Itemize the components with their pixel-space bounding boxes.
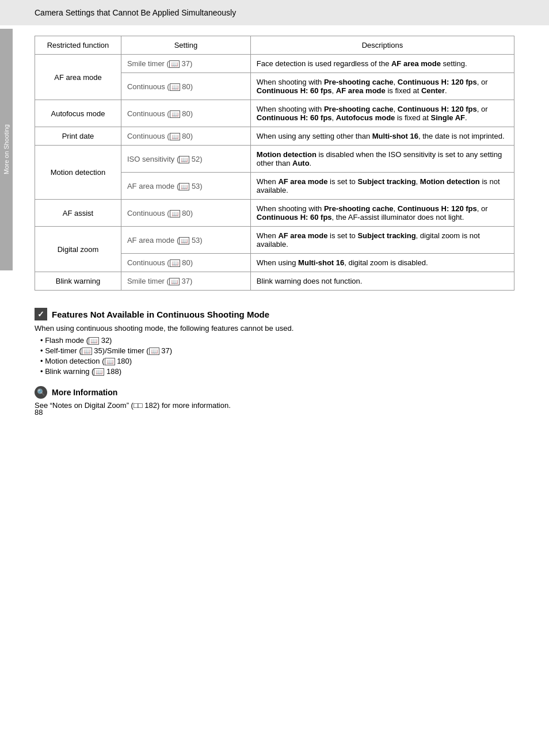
restricted-function-cell: Digital zoom — [35, 227, 121, 272]
description-cell: Motion detection is disabled when the IS… — [250, 146, 514, 173]
more-info-header: 🔍 More Information — [35, 386, 514, 399]
setting-cell: Continuous (📖 80) — [121, 254, 250, 272]
setting-cell: Continuous (📖 80) — [121, 73, 250, 100]
table-row: Blink warningSmile timer (📖 37)Blink war… — [35, 272, 514, 291]
table-row: AF area modeSmile timer (📖 37)Face detec… — [35, 55, 514, 73]
col-header-setting: Setting — [121, 36, 250, 55]
check-icon: ✓ — [35, 308, 47, 320]
description-cell: Blink warning does not function. — [250, 272, 514, 291]
restricted-function-cell: Blink warning — [35, 272, 121, 291]
features-section: ✓ Features Not Available in Continuous S… — [35, 308, 514, 376]
restricted-function-cell: Motion detection — [35, 146, 121, 200]
restricted-function-cell: AF area mode — [35, 55, 121, 100]
setting-cell: Continuous (📖 80) — [121, 127, 250, 146]
more-info-section: 🔍 More Information See “Notes on Digital… — [35, 386, 514, 410]
restricted-function-cell: Autofocus mode — [35, 100, 121, 127]
setting-cell: Smile timer (📖 37) — [121, 272, 250, 291]
header-title: Camera Settings that Cannot Be Applied S… — [35, 8, 236, 17]
table-row: Print dateContinuous (📖 80)When using an… — [35, 127, 514, 146]
list-item: Self-timer (📖 35)/Smile timer (📖 37) — [40, 346, 514, 355]
info-icon: 🔍 — [35, 386, 47, 399]
description-cell: When AF area mode is set to Subject trac… — [250, 227, 514, 254]
description-cell: When shooting with Pre-shooting cache, C… — [250, 200, 514, 227]
more-info-text: See “Notes on Digital Zoom” (□□ 182) for… — [35, 401, 514, 410]
description-cell: When shooting with Pre-shooting cache, C… — [250, 100, 514, 127]
setting-cell: ISO sensitivity (📖 52) — [121, 146, 250, 173]
features-header: ✓ Features Not Available in Continuous S… — [35, 308, 514, 320]
description-cell: When using any setting other than Multi-… — [250, 127, 514, 146]
features-title: Features Not Available in Continuous Sho… — [52, 310, 269, 319]
restricted-function-cell: Print date — [35, 127, 121, 146]
table-row: AF assistContinuous (📖 80)When shooting … — [35, 200, 514, 227]
restricted-function-cell: AF assist — [35, 200, 121, 227]
setting-cell: AF area mode (📖 53) — [121, 227, 250, 254]
list-item: Motion detection (📖 180) — [40, 357, 514, 365]
page-header: Camera Settings that Cannot Be Applied S… — [0, 0, 549, 25]
more-info-title: More Information — [52, 388, 117, 397]
description-cell: Face detection is used regardless of the… — [250, 55, 514, 73]
list-item: Flash mode (📖 32) — [40, 336, 514, 345]
table-header-row: Restricted function Setting Descriptions — [35, 36, 514, 55]
description-cell: When using Multi-shot 16, digital zoom i… — [250, 254, 514, 272]
features-list: Flash mode (📖 32)Self-timer (📖 35)/Smile… — [35, 336, 514, 376]
table-body: AF area modeSmile timer (📖 37)Face detec… — [35, 55, 514, 291]
setting-cell: Smile timer (📖 37) — [121, 55, 250, 73]
setting-cell: Continuous (📖 80) — [121, 200, 250, 227]
description-cell: When AF area mode is set to Subject trac… — [250, 173, 514, 200]
features-description: When using continuous shooting mode, the… — [35, 324, 514, 333]
settings-table: Restricted function Setting Descriptions… — [35, 36, 514, 291]
main-content: Restricted function Setting Descriptions… — [0, 25, 549, 427]
description-cell: When shooting with Pre-shooting cache, C… — [250, 73, 514, 100]
col-header-restricted: Restricted function — [35, 36, 121, 55]
table-row: Digital zoomAF area mode (📖 53)When AF a… — [35, 227, 514, 254]
table-row: Autofocus modeContinuous (📖 80)When shoo… — [35, 100, 514, 127]
col-header-descriptions: Descriptions — [250, 36, 514, 55]
setting-cell: Continuous (📖 80) — [121, 100, 250, 127]
page: Camera Settings that Cannot Be Applied S… — [0, 0, 549, 756]
list-item: Blink warning (📖 188) — [40, 367, 514, 376]
table-row: Motion detectionISO sensitivity (📖 52)Mo… — [35, 146, 514, 173]
page-number: 88 — [35, 408, 43, 417]
setting-cell: AF area mode (📖 53) — [121, 173, 250, 200]
